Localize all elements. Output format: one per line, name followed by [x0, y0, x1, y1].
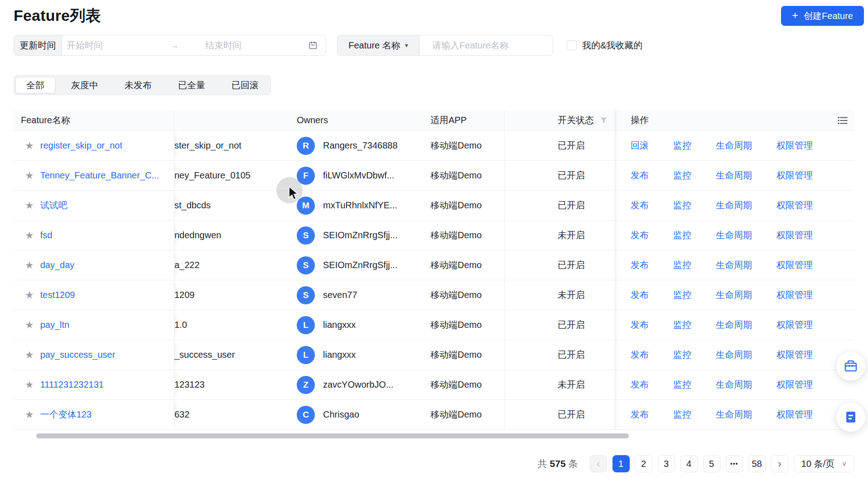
end-date-input[interactable]: [179, 40, 309, 51]
action-monitor[interactable]: 监控: [673, 319, 691, 331]
prev-page-button[interactable]: ‹: [590, 455, 607, 472]
action-permission[interactable]: 权限管理: [776, 199, 813, 211]
action-permission[interactable]: 权限管理: [776, 379, 813, 391]
page-size-select[interactable]: 10 条/页 ∨: [794, 455, 854, 472]
star-icon[interactable]: ★: [25, 259, 34, 271]
action-permission[interactable]: 权限管理: [776, 289, 813, 301]
search-field-select[interactable]: Feature 名称 ▾: [338, 35, 420, 55]
mine-favorites-filter[interactable]: 我的&我收藏的: [567, 39, 642, 52]
column-setting-icon[interactable]: [837, 115, 848, 125]
action-publish[interactable]: 发布: [631, 319, 649, 331]
feature-list-page: Feature列表 + 创建Feature 更新时间 → Feature 名称 …: [0, 0, 868, 490]
page-button-1[interactable]: 1: [612, 455, 630, 472]
action-lifecycle[interactable]: 生命周期: [716, 139, 752, 152]
feature-name-link[interactable]: register_skip_or_not: [40, 140, 122, 151]
action-publish[interactable]: 发布: [631, 349, 649, 361]
action-monitor[interactable]: 监控: [673, 229, 691, 241]
tab-all[interactable]: 全部: [15, 77, 55, 93]
app-cell: 移动端Demo: [430, 340, 504, 370]
page-button-2[interactable]: 2: [635, 455, 652, 472]
action-lifecycle[interactable]: 生命周期: [716, 259, 752, 271]
action-monitor[interactable]: 监控: [673, 349, 691, 361]
action-permission[interactable]: 权限管理: [776, 259, 813, 271]
feature-name-link[interactable]: day_day: [40, 260, 75, 270]
feature-name-link[interactable]: 试试吧: [40, 199, 68, 211]
action-permission[interactable]: 权限管理: [776, 349, 813, 361]
filter-funnel-icon[interactable]: [600, 117, 607, 124]
action-publish[interactable]: 发布: [631, 259, 649, 271]
action-lifecycle[interactable]: 生命周期: [716, 408, 752, 421]
app-cell: 移动端Demo: [430, 400, 504, 429]
owner-name: Rangers_7346888: [323, 140, 398, 151]
action-lifecycle[interactable]: 生命周期: [716, 199, 752, 211]
tab-rolled-back[interactable]: 已回滚: [221, 77, 269, 93]
action-publish[interactable]: 发布: [631, 379, 649, 391]
action-monitor[interactable]: 监控: [673, 289, 691, 301]
feature-key-cell: 1209: [174, 280, 297, 310]
action-monitor[interactable]: 监控: [673, 169, 691, 182]
next-page-button[interactable]: ›: [771, 455, 788, 472]
chevron-down-icon: ∨: [842, 460, 847, 468]
feature-name-input[interactable]: [420, 40, 553, 51]
page-button-3[interactable]: 3: [658, 455, 675, 472]
action-monitor[interactable]: 监控: [673, 139, 691, 152]
tab-graying[interactable]: 灰度中: [61, 77, 109, 93]
action-permission[interactable]: 权限管理: [776, 139, 813, 152]
toolbox-float-button[interactable]: [836, 351, 866, 381]
feature-name-link[interactable]: Tenney_Feature_Banner_C...: [40, 170, 159, 181]
feature-name-link[interactable]: fsd: [40, 230, 53, 240]
owner-name: liangxxx: [323, 350, 356, 360]
app-cell: 移动端Demo: [430, 221, 504, 250]
app-cell: 移动端Demo: [430, 310, 504, 340]
feature-name-link[interactable]: 一个变体123: [40, 408, 92, 421]
action-rollback[interactable]: 回滚: [631, 139, 649, 152]
action-publish[interactable]: 发布: [631, 408, 649, 421]
star-icon[interactable]: ★: [25, 289, 34, 301]
feature-name-link[interactable]: pay_success_user: [40, 350, 116, 360]
action-publish[interactable]: 发布: [631, 169, 649, 182]
horizontal-scrollbar-thumb[interactable]: [36, 433, 629, 438]
action-lifecycle[interactable]: 生命周期: [716, 379, 752, 391]
action-publish[interactable]: 发布: [631, 229, 649, 241]
star-icon[interactable]: ★: [25, 140, 34, 152]
action-permission[interactable]: 权限管理: [776, 169, 813, 182]
action-monitor[interactable]: 监控: [673, 259, 691, 271]
mine-favorites-checkbox[interactable]: [567, 40, 577, 50]
date-range-picker[interactable]: 更新时间 →: [14, 35, 326, 56]
feature-name-link[interactable]: test1209: [40, 290, 75, 300]
star-icon[interactable]: ★: [25, 170, 34, 182]
action-lifecycle[interactable]: 生命周期: [716, 289, 752, 301]
action-monitor[interactable]: 监控: [673, 199, 691, 211]
tab-full-release[interactable]: 已全量: [168, 77, 216, 93]
action-permission[interactable]: 权限管理: [776, 229, 813, 241]
action-publish[interactable]: 发布: [631, 199, 649, 211]
action-permission[interactable]: 权限管理: [776, 408, 813, 421]
action-lifecycle[interactable]: 生命周期: [716, 169, 752, 182]
action-lifecycle[interactable]: 生命周期: [716, 229, 752, 241]
page-button-5[interactable]: 5: [703, 455, 720, 472]
star-icon[interactable]: ★: [25, 409, 34, 421]
action-permission[interactable]: 权限管理: [776, 319, 813, 331]
tab-unpublished[interactable]: 未发布: [114, 77, 162, 93]
star-icon[interactable]: ★: [25, 200, 34, 211]
feedback-float-button[interactable]: [836, 402, 866, 432]
page-button-58[interactable]: 58: [748, 455, 766, 472]
feature-key-cell: ney_Feature_0105: [174, 161, 297, 190]
create-feature-button[interactable]: + 创建Feature: [781, 6, 864, 26]
action-monitor[interactable]: 监控: [673, 408, 691, 421]
page-button-4[interactable]: 4: [680, 455, 698, 472]
star-icon[interactable]: ★: [25, 230, 34, 241]
app-cell: 移动端Demo: [430, 280, 504, 310]
action-publish[interactable]: 发布: [631, 289, 649, 301]
table-row: ★test1209 1209 Sseven77 移动端Demo 未开启 发布 监…: [14, 280, 854, 310]
star-icon[interactable]: ★: [25, 379, 34, 391]
star-icon[interactable]: ★: [25, 349, 34, 361]
start-date-input[interactable]: [62, 40, 170, 51]
star-icon[interactable]: ★: [25, 319, 34, 331]
feature-name-link[interactable]: 1111231232131: [40, 380, 104, 390]
action-monitor[interactable]: 监控: [673, 379, 691, 391]
action-lifecycle[interactable]: 生命周期: [716, 319, 752, 331]
action-lifecycle[interactable]: 生命周期: [716, 349, 752, 361]
pagination-ellipsis[interactable]: •••: [726, 455, 743, 472]
feature-name-link[interactable]: pay_ltn: [40, 320, 70, 330]
